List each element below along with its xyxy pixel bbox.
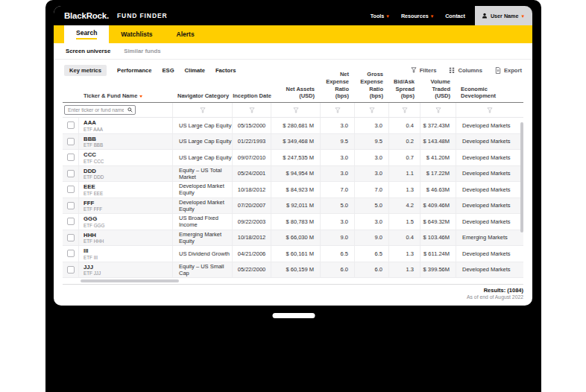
- tab-watchlists[interactable]: Watchlists: [109, 25, 164, 43]
- cell-net-expense: 9.5: [321, 134, 355, 150]
- sort-desc-icon: [139, 95, 142, 98]
- fund-name: ETF AAA: [84, 127, 172, 133]
- cell-economic-development: Developed Markets: [456, 118, 523, 133]
- filter-funnel-icon[interactable]: [293, 107, 299, 113]
- columns-button[interactable]: Columns: [449, 67, 482, 74]
- column-header-econ[interactable]: Economic Development: [456, 86, 523, 101]
- ticker-search-input[interactable]: [64, 105, 136, 115]
- fund-row-aaa[interactable]: AAAETF AAAUS Large Cap Equity05/15/2000$…: [63, 118, 523, 134]
- cell-inception: 05/22/2000: [233, 262, 271, 278]
- fund-name: ETF III: [84, 255, 172, 261]
- cell-net-expense: 9.0: [321, 230, 355, 246]
- cell-category: Equity – US Total Market: [173, 166, 233, 182]
- column-header-inception[interactable]: Inception Date: [233, 92, 271, 100]
- subnav-similar-funds[interactable]: Similar funds: [124, 48, 160, 54]
- cell-volume: $ 649.32M: [420, 214, 456, 230]
- cell-net-assets: $ 80,783 M: [271, 214, 321, 230]
- top-nav: Tools ▾ Resources ▾ Contact: [365, 6, 532, 25]
- filters-button[interactable]: Filters: [411, 67, 437, 74]
- vertical-scrollbar[interactable]: [520, 122, 523, 233]
- filter-funnel-icon[interactable]: [435, 107, 441, 113]
- column-header-net-assets[interactable]: Net Assets(USD): [271, 86, 321, 101]
- search-icon: [127, 107, 133, 113]
- filter-funnel-icon[interactable]: [249, 107, 255, 113]
- cell-net-expense: 6.0: [321, 262, 355, 278]
- table-filter-row: [63, 103, 523, 118]
- metric-tab-key-metrics[interactable]: Key metrics: [64, 65, 107, 76]
- fund-name: ETF BBB: [84, 142, 172, 148]
- row-checkbox[interactable]: [67, 186, 75, 193]
- row-checkbox[interactable]: [67, 121, 75, 129]
- select-cell: [63, 182, 79, 197]
- column-header-gross-expense[interactable]: Gross ExpenseRatio (bps): [355, 71, 389, 100]
- filter-funnel-icon[interactable]: [369, 107, 375, 113]
- table-header-row: Ticker & Fund NameNavigator CategoryInce…: [63, 80, 523, 103]
- metric-tab-performance[interactable]: Performance: [117, 67, 151, 74]
- nav-tools[interactable]: Tools ▾: [365, 6, 395, 25]
- tab-search-label: Search: [76, 29, 97, 39]
- column-label-line2: Ratio (bps): [321, 86, 349, 101]
- fund-row-jjj[interactable]: JJJETF JJJEquity – US Small Cap05/22/200…: [63, 262, 523, 279]
- cell-net-assets: $ 92,011 M: [271, 198, 321, 214]
- cell-economic-development: Developed Markets: [456, 214, 523, 230]
- column-header-category[interactable]: Navigator Category: [173, 92, 233, 100]
- fund-row-bbb[interactable]: BBBETF BBBUS Large Cap Equity01/22/1993$…: [63, 134, 523, 151]
- select-cell: [63, 214, 79, 230]
- fund-row-iii[interactable]: IIIETF IIIUS Dividend Growth04/21/2006$ …: [63, 246, 523, 262]
- metric-tab-factors[interactable]: Factors: [215, 67, 236, 74]
- results-footer: Results: (1084) As of end of August 2022: [63, 284, 523, 306]
- cell-volume: $ 611.24M: [420, 246, 456, 262]
- cell-gross-expense: 6.0: [355, 262, 389, 278]
- nav-resources[interactable]: Resources ▾: [395, 6, 439, 25]
- row-checkbox[interactable]: [67, 234, 75, 241]
- column-header-net-expense[interactable]: Net ExpenseRatio (bps): [321, 71, 355, 100]
- metric-tab-esg[interactable]: ESG: [163, 67, 174, 74]
- cell-net-expense: 3.0: [321, 166, 355, 182]
- export-button[interactable]: Export: [495, 67, 522, 74]
- row-checkbox[interactable]: [67, 154, 75, 161]
- cell-volume: $ 143.48M: [420, 134, 456, 150]
- select-cell: [63, 118, 79, 133]
- fund-row-hhh[interactable]: HHHETF HHHEmerging Market Equity10/18/20…: [63, 230, 523, 247]
- filter-funnel-icon[interactable]: [402, 107, 408, 113]
- cell-net-expense: 3.0: [321, 118, 355, 133]
- select-cell: [63, 150, 79, 165]
- table-body: AAAETF AAAUS Large Cap Equity05/15/2000$…: [63, 118, 523, 278]
- filter-funnel-icon[interactable]: [487, 107, 493, 113]
- columns-label: Columns: [458, 67, 482, 74]
- subnav-screen-universe[interactable]: Screen universe: [66, 48, 110, 54]
- row-checkbox[interactable]: [67, 218, 75, 225]
- fund-row-fff[interactable]: FFFETF FFFDeveloped Market Equity07/20/2…: [63, 198, 523, 215]
- fund-row-eee[interactable]: EEEETF EEEDeveloped Market Equity10/18/2…: [63, 182, 523, 198]
- cell-gross-expense: 6.5: [355, 246, 389, 262]
- horizontal-scrollbar[interactable]: [81, 279, 179, 282]
- row-checkbox[interactable]: [67, 138, 75, 145]
- fund-row-ccc[interactable]: CCCETF CCCUS Large Cap Equity09/07/2010$…: [63, 150, 523, 166]
- cell-inception: 07/20/2007: [233, 198, 271, 214]
- select-cell: [63, 134, 79, 150]
- column-header-ticker[interactable]: Ticker & Fund Name: [79, 92, 173, 100]
- column-header-bid-ask[interactable]: Bid/Ask Spread(bps): [389, 78, 420, 100]
- row-checkbox[interactable]: [67, 202, 75, 209]
- cell-bid-ask: 0.2: [389, 134, 420, 150]
- row-checkbox[interactable]: [67, 250, 75, 257]
- column-label: Economic Development: [461, 86, 523, 101]
- filter-funnel-icon[interactable]: [200, 107, 206, 113]
- nav-contact[interactable]: Contact: [439, 6, 471, 25]
- column-header-volume[interactable]: Volume Traded(USD): [420, 78, 456, 100]
- home-indicator: [272, 313, 315, 318]
- tab-alerts[interactable]: Alerts: [165, 25, 207, 43]
- columns-grid-icon: [449, 67, 455, 73]
- tab-search[interactable]: Search: [64, 25, 109, 43]
- row-checkbox[interactable]: [67, 266, 75, 274]
- row-checkbox[interactable]: [67, 170, 75, 177]
- fund-row-ggg[interactable]: GGGETF GGGUS Broad Fixed Income09/22/200…: [63, 214, 523, 230]
- ticker-cell: AAAETF AAA: [79, 118, 173, 133]
- fund-row-ddd[interactable]: DDDETF DDDEquity – US Total Market05/24/…: [63, 166, 523, 183]
- ticker-cell: GGGETF GGG: [79, 214, 173, 230]
- cell-volume: $ 46.63M: [420, 182, 456, 197]
- filter-funnel-icon[interactable]: [335, 107, 341, 113]
- user-menu[interactable]: User Name ▾: [475, 6, 532, 25]
- metric-tab-climate[interactable]: Climate: [185, 67, 205, 74]
- cell-bid-ask: 0.7: [389, 150, 420, 165]
